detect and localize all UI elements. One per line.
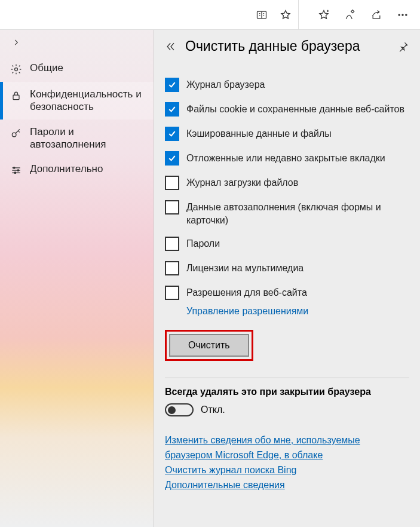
checkbox-checked-icon[interactable] xyxy=(165,151,179,166)
checkbox-checked-icon[interactable] xyxy=(165,127,179,141)
key-icon xyxy=(10,127,23,140)
sidebar-item-general[interactable]: Общие xyxy=(0,56,154,82)
workspace: Общие Конфиденциальность и безопасность … xyxy=(0,30,420,527)
cb-row-passwords[interactable]: Пароли xyxy=(165,231,409,256)
add-favorite-icon[interactable] xyxy=(317,8,330,22)
cb-row-tabs[interactable]: Отложенные или недавно закрытые вкладки xyxy=(165,146,409,170)
checkbox-unchecked-icon[interactable] xyxy=(165,176,179,190)
clear-button-highlight: Очистить xyxy=(165,330,253,361)
cb-label: Журнал браузера xyxy=(186,77,265,91)
checkbox-checked-icon[interactable] xyxy=(165,102,179,117)
favorite-star-icon[interactable] xyxy=(279,8,292,22)
sidebar-item-label: Конфиденциальность и безопасность xyxy=(30,88,145,114)
cb-row-cookies[interactable]: Файлы cookie и сохраненные данные веб-са… xyxy=(165,97,409,121)
cb-label: Разрешения для веб-сайта xyxy=(186,285,307,299)
cb-label: Файлы cookie и сохраненные данные веб-са… xyxy=(186,102,404,116)
cb-label: Данные автозаполнения (включая формы и к… xyxy=(186,200,409,226)
cb-label: Отложенные или недавно закрытые вкладки xyxy=(186,151,385,165)
more-icon[interactable] xyxy=(396,8,409,22)
back-chevrons-icon[interactable] xyxy=(165,41,177,53)
svg-point-9 xyxy=(14,172,16,174)
checkbox-unchecked-icon[interactable] xyxy=(165,286,179,300)
checkbox-unchecked-icon[interactable] xyxy=(165,237,179,251)
browser-chrome-bar xyxy=(0,0,420,30)
cb-label: Журнал загрузки файлов xyxy=(186,175,298,189)
checkbox-list: Журнал браузера Файлы cookie и сохраненн… xyxy=(165,72,409,317)
cb-row-autofill[interactable]: Данные автозаполнения (включая формы и к… xyxy=(165,195,409,231)
panel-title: Очистить данные браузера xyxy=(185,38,389,54)
sidebar-item-label: Общие xyxy=(30,62,63,74)
settings-sidebar: Общие Конфиденциальность и безопасность … xyxy=(0,30,154,527)
panel-header: Очистить данные браузера xyxy=(165,38,409,54)
sidebar-item-advanced[interactable]: Дополнительно xyxy=(0,157,154,183)
bing-history-link[interactable]: Очистить журнал поиска Bing xyxy=(165,463,296,478)
checkbox-unchecked-icon[interactable] xyxy=(165,261,179,275)
svg-point-6 xyxy=(12,133,16,137)
cloud-info-link[interactable]: Изменить сведения обо мне, используемые … xyxy=(165,433,409,463)
chrome-actions xyxy=(299,8,420,22)
sidebar-forward-chevron[interactable] xyxy=(0,33,154,56)
clear-button[interactable]: Очистить xyxy=(169,334,249,357)
divider xyxy=(165,378,409,378)
share-icon[interactable] xyxy=(370,8,383,22)
toggle-state-label: Откл. xyxy=(201,405,225,415)
svg-point-4 xyxy=(15,68,18,71)
svg-point-2 xyxy=(402,14,404,16)
always-clear-toggle-row: Откл. xyxy=(165,403,409,416)
lock-icon xyxy=(10,89,23,102)
always-clear-heading: Всегда удалять это при закрытии браузера xyxy=(165,387,409,397)
pin-icon[interactable] xyxy=(397,41,409,53)
clear-data-panel: Очистить данные браузера Журнал браузера… xyxy=(154,30,420,527)
sidebar-item-label: Дополнительно xyxy=(30,163,103,175)
checkbox-checked-icon[interactable] xyxy=(165,78,179,92)
sidebar-item-passwords[interactable]: Пароли и автозаполнения xyxy=(0,120,154,157)
cb-row-history[interactable]: Журнал браузера xyxy=(165,72,409,97)
inking-icon[interactable] xyxy=(344,8,357,22)
svg-rect-5 xyxy=(13,95,19,100)
svg-point-7 xyxy=(13,167,15,169)
always-clear-toggle[interactable] xyxy=(165,403,194,416)
cb-row-media-licenses[interactable]: Лицензии на мультимедиа xyxy=(165,256,409,280)
svg-point-8 xyxy=(17,170,19,171)
gear-icon xyxy=(10,63,23,76)
cb-row-cache[interactable]: Кэшированные данные и файлы xyxy=(165,121,409,146)
cb-row-downloads[interactable]: Журнал загрузки файлов xyxy=(165,170,409,195)
sidebar-item-label: Пароли и автозаполнения xyxy=(30,125,145,151)
sidebar-item-privacy[interactable]: Конфиденциальность и безопасность xyxy=(0,82,154,120)
cb-label: Лицензии на мультимедиа xyxy=(186,261,303,275)
checkbox-unchecked-icon[interactable] xyxy=(165,200,179,215)
reading-view-icon[interactable] xyxy=(255,8,268,22)
manage-permissions-link[interactable]: Управление разрешениями xyxy=(186,306,409,317)
address-bar-area xyxy=(0,0,299,29)
svg-point-1 xyxy=(398,14,400,16)
learn-more-link[interactable]: Дополнительные сведения xyxy=(165,478,285,493)
footer-links: Изменить сведения обо мне, используемые … xyxy=(165,433,409,492)
cb-row-site-permissions[interactable]: Разрешения для веб-сайта xyxy=(165,280,409,305)
svg-point-3 xyxy=(406,14,407,16)
cb-label: Пароли xyxy=(186,236,220,250)
cb-label: Кэшированные данные и файлы xyxy=(186,126,332,140)
sliders-icon xyxy=(10,164,23,177)
